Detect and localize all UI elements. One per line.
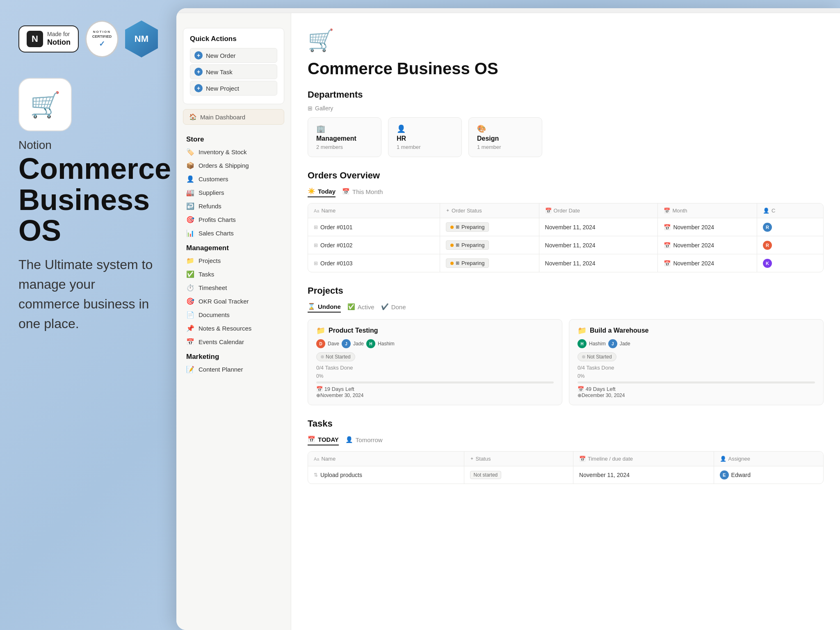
status-dot-2: [450, 244, 454, 247]
calendar-icon: 📅: [186, 338, 194, 346]
check-icon: ✅: [186, 270, 194, 278]
orders-tab-this-month[interactable]: 📅 This Month: [342, 186, 383, 197]
sidebar-documents-label: Documents: [199, 311, 230, 318]
departments-title: Departments: [308, 89, 824, 100]
project-warehouse-title: 📁 Build a Warehouse: [578, 326, 815, 335]
sidebar-item-profits[interactable]: 🎯 Profits Charts: [176, 213, 291, 226]
tasks-tab-row: 📅 TODAY 👤 Tomorrow: [308, 434, 824, 445]
sidebar-item-events[interactable]: 📅 Events Calendar: [176, 335, 291, 349]
task-col-name: Aa Name: [308, 452, 464, 466]
project-card-warehouse[interactable]: 📁 Build a Warehouse H Hashim J Jade Not …: [569, 319, 824, 405]
dept-design-icon: 🎨: [477, 124, 534, 133]
marketing-group-title: Marketing: [176, 349, 291, 363]
sidebar-item-sales[interactable]: 📊 Sales Charts: [176, 226, 291, 240]
sidebar-content-label: Content Planner: [199, 366, 243, 373]
app-description: The Ultimate system to manage your comme…: [18, 255, 158, 333]
sidebar-item-notes[interactable]: 📌 Notes & Resources: [176, 322, 291, 335]
tasks-title: Tasks: [308, 418, 824, 429]
notion-certified-badge: NOTION CERTIFIED ✓: [85, 21, 119, 57]
status-badge-3: ⊞ Preparing: [446, 258, 489, 268]
table-row[interactable]: ⊞ Order #0103 ⊞ Preparing November 11, 2…: [308, 254, 823, 272]
project-card-testing[interactable]: 📁 Product Testing D Dave J Jade H Hashim: [308, 319, 562, 405]
td-order-date-2: November 11, 2024: [539, 236, 658, 254]
td-task-assignee-1: E Edward: [714, 466, 823, 484]
status-badge: ⊞ Preparing: [446, 222, 489, 232]
app-title: Commerce Business OS: [18, 153, 158, 247]
dept-management-members: 2 members: [316, 144, 373, 150]
aa-icon-2: Aa: [314, 457, 319, 461]
sidebar-profits-label: Profits Charts: [199, 216, 236, 223]
tasks-section: Tasks 📅 TODAY 👤 Tomorrow Aa: [308, 418, 824, 484]
cal-icon: 📅: [545, 208, 552, 214]
gallery-icon: ⊞: [308, 105, 313, 112]
td-task-name-1: ⇅ Upload products: [308, 466, 464, 484]
status-badge-2: ⊞ Preparing: [446, 240, 489, 250]
plus-icon: +: [194, 51, 203, 59]
sidebar-item-inventory[interactable]: 🏷️ Inventory & Stock: [176, 145, 291, 159]
dept-hr-members: 1 member: [397, 144, 453, 150]
projects-title: Projects: [308, 285, 824, 296]
new-project-label: New Project: [206, 85, 239, 92]
projects-tab-undone[interactable]: ⌛ Undone: [308, 301, 341, 313]
col-status: ✦ Order Status: [440, 203, 539, 218]
left-panel: N Made for Notion NOTION CERTIFIED ✓ NM …: [0, 0, 176, 630]
sidebar-item-documents[interactable]: 📄 Documents: [176, 308, 291, 322]
table-row[interactable]: ⇅ Upload products Not started November 1…: [308, 466, 823, 484]
avatar-edward: E: [720, 470, 729, 479]
new-task-button[interactable]: + New Task: [190, 64, 277, 79]
active-icon: ✅: [347, 303, 355, 310]
dept-hr-name: HR: [397, 135, 453, 142]
avatar-dave: D: [316, 339, 325, 348]
calendar-icon-2: 📅: [342, 188, 350, 195]
table-row[interactable]: ⊞ Order #0101 ⊞ Preparing November 11, 2…: [308, 218, 823, 236]
task-col-timeline: 📅 Timeline / due date: [573, 452, 714, 466]
sidebar-item-suppliers[interactable]: 🏭 Suppliers: [176, 186, 291, 199]
today-icon: 📅: [308, 436, 315, 443]
departments-grid: 🏢 Management 2 members 👤 HR 1 member 🎨 D…: [308, 117, 824, 157]
status-dot: [450, 226, 454, 229]
projects-section: Projects ⌛ Undone ✅ Active ✔️ Done: [308, 285, 824, 405]
dept-card-management[interactable]: 🏢 Management 2 members: [308, 117, 381, 157]
sidebar-item-timesheet[interactable]: ⏱️ Timesheet: [176, 281, 291, 294]
page-icon: 🛒: [308, 28, 824, 53]
sidebar-notes-label: Notes & Resources: [199, 325, 251, 332]
new-order-button[interactable]: + New Order: [190, 48, 277, 63]
new-project-button[interactable]: + New Project: [190, 81, 277, 96]
sidebar-item-projects[interactable]: 📁 Projects: [176, 254, 291, 267]
sidebar-item-tasks[interactable]: ✅ Tasks: [176, 267, 291, 281]
td-order-month-2: 📅 November 2024: [658, 236, 757, 254]
sidebar-customers-label: Customers: [199, 176, 228, 183]
departments-section: Departments ⊞ Gallery 🏢 Management 2 mem…: [308, 89, 824, 157]
status-icon-3: ⊞: [456, 242, 459, 248]
tasks-tab-tomorrow[interactable]: 👤 Tomorrow: [345, 434, 383, 445]
td-order-status-2: ⊞ Preparing: [440, 236, 539, 254]
projects-tab-done[interactable]: ✔️ Done: [381, 301, 406, 313]
tasks-done-2: 0/4 Tasks Done: [578, 365, 815, 371]
app-title-text: Commerce Business OS: [18, 152, 171, 247]
table-row[interactable]: ⊞ Order #0102 ⊞ Preparing November 11, 2…: [308, 236, 823, 254]
main-dashboard-button[interactable]: 🏠 Main Dashboard: [183, 109, 284, 125]
cal-sm-icon-3: 📅: [664, 260, 671, 267]
sidebar-item-refunds[interactable]: ↩️ Refunds: [176, 199, 291, 213]
made-for-notion-badge: N Made for Notion: [18, 25, 79, 52]
td-order-status-3: ⊞ Preparing: [440, 254, 539, 272]
td-order-assignee-1: R: [757, 218, 823, 236]
main-content: 🛒 Commerce Business OS Departments ⊞ Gal…: [291, 13, 840, 630]
projects-tab-active[interactable]: ✅ Active: [347, 301, 374, 313]
sidebar-item-orders[interactable]: 📦 Orders & Shipping: [176, 159, 291, 172]
dept-hr-icon: 👤: [397, 124, 453, 133]
orders-tab-today[interactable]: ☀️ Today: [308, 186, 336, 197]
avatar-jade-2: J: [608, 339, 617, 348]
tasks-tab-today[interactable]: 📅 TODAY: [308, 434, 339, 445]
sidebar-item-customers[interactable]: 👤 Customers: [176, 172, 291, 186]
sidebar-suppliers-label: Suppliers: [199, 189, 224, 196]
chart-icon: 📊: [186, 229, 194, 237]
sidebar-item-okr[interactable]: 🎯 OKR Goal Tracker: [176, 294, 291, 308]
status-icon: ✦: [446, 208, 450, 213]
project-warehouse-avatars: H Hashim J Jade: [578, 339, 815, 348]
sidebar-item-content[interactable]: 📝 Content Planner: [176, 363, 291, 376]
dept-card-design[interactable]: 🎨 Design 1 member: [468, 117, 542, 157]
app-icon-area: 🛒 Notion Commerce Business OS The Ultima…: [18, 78, 158, 333]
cal-icon-3: 📅: [664, 208, 670, 214]
dept-card-hr[interactable]: 👤 HR 1 member: [388, 117, 462, 157]
